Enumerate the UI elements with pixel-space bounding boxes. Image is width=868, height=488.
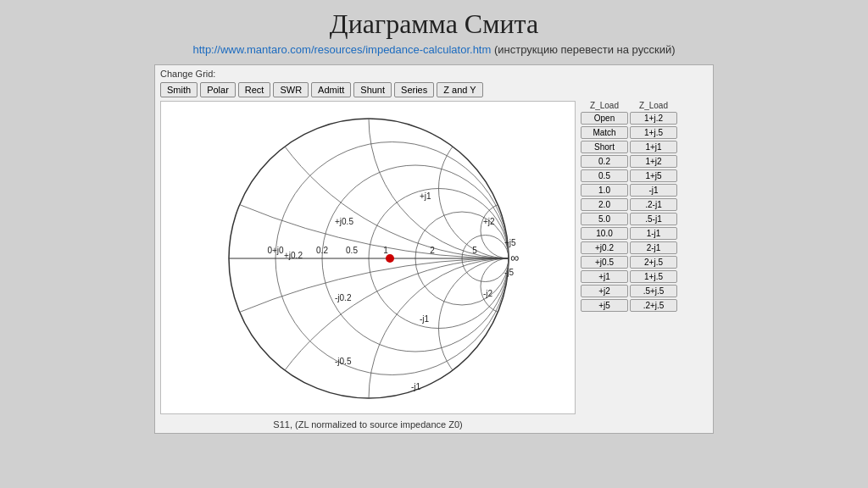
zload-right-13[interactable]: .2+j.5 [630, 299, 677, 312]
svg-text:+j0.2: +j0.2 [284, 251, 303, 260]
subtitle-extra: (инструкцию перевести на русский) [494, 43, 676, 56]
zload-header-left: Z_Load [581, 101, 628, 110]
zload-right-4[interactable]: 1+j5 [630, 169, 677, 182]
zload-right-12[interactable]: .5+j.5 [630, 285, 677, 297]
zload-right-0[interactable]: 1+j.2 [630, 112, 677, 125]
zload-left-6[interactable]: 2.0 [581, 198, 628, 211]
table-row: 10.01-j1 [581, 227, 677, 240]
zload-left-4[interactable]: 0.5 [581, 169, 628, 182]
table-row: Short1+j1 [581, 141, 677, 153]
toolbar: SmithPolarRectSWRAdmittShuntSeriesZ and … [155, 80, 713, 101]
svg-text:+j1: +j1 [420, 191, 431, 201]
smith-chart: 0+j0 0.2 0.5 1 2 5 ∞ +j0.5 +j0.2 +j1 +j2… [160, 101, 576, 414]
svg-text:2: 2 [430, 246, 435, 255]
zload-right-3[interactable]: 1+j2 [630, 155, 677, 168]
zload-right-11[interactable]: 1+j.5 [630, 270, 677, 283]
zload-right-2[interactable]: 1+j1 [630, 141, 677, 153]
zload-right-7[interactable]: .5-j1 [630, 213, 677, 225]
zload-header: Z_Load Z_Load [581, 101, 677, 110]
svg-text:0.5: 0.5 [346, 246, 358, 255]
main-panel: Change Grid: SmithPolarRectSWRAdmittShun… [154, 64, 714, 434]
toolbar-btn-series[interactable]: Series [394, 82, 434, 97]
table-row: 0.51+j5 [581, 169, 677, 182]
table-row: 1.0-j1 [581, 184, 677, 197]
zload-left-9[interactable]: +j0.2 [581, 241, 628, 254]
svg-text:-j5: -j5 [504, 268, 515, 277]
table-row: Match1+j.5 [581, 126, 677, 139]
svg-point-37 [386, 254, 394, 263]
zload-left-1[interactable]: Match [581, 126, 628, 139]
zload-left-11[interactable]: +j1 [581, 270, 628, 283]
table-row: Open1+j.2 [581, 112, 677, 125]
svg-text:-j2: -j2 [483, 289, 493, 298]
svg-text:-j0.5: -j0.5 [335, 357, 352, 366]
toolbar-btn-shunt[interactable]: Shunt [353, 82, 392, 97]
zload-left-8[interactable]: 10.0 [581, 227, 628, 240]
smith-caption: S11, (ZL normalized to source impedance … [155, 418, 581, 433]
table-row: +j0.52+j.5 [581, 256, 677, 269]
toolbar-btn-z-and-y[interactable]: Z and Y [437, 82, 482, 97]
zload-right-5[interactable]: -j1 [630, 184, 677, 197]
zload-left-2[interactable]: Short [581, 141, 628, 153]
table-row: +j11+j.5 [581, 270, 677, 283]
svg-text:5: 5 [472, 246, 477, 255]
zload-left-0[interactable]: Open [581, 112, 628, 125]
table-row: 2.0.2-j1 [581, 198, 677, 211]
zload-left-5[interactable]: 1.0 [581, 184, 628, 197]
zload-left-12[interactable]: +j2 [581, 285, 628, 297]
svg-text:+j5: +j5 [504, 238, 516, 247]
svg-text:+j0.5: +j0.5 [335, 217, 353, 226]
subtitle: http://www.mantaro.com/resources/impedan… [192, 43, 675, 56]
table-row: 0.21+j2 [581, 155, 677, 168]
zload-right-6[interactable]: .2-j1 [630, 198, 677, 211]
zload-right-8[interactable]: 1-j1 [630, 227, 677, 240]
page-title: Диаграмма Смита [330, 8, 538, 40]
table-row: +j0.22-j1 [581, 241, 677, 254]
toolbar-btn-polar[interactable]: Polar [200, 82, 236, 97]
grid-label: Change Grid: [155, 65, 713, 80]
zload-rows: Open1+j.2Match1+j.5Short1+j10.21+j20.51+… [581, 112, 677, 313]
zload-right-9[interactable]: 2-j1 [630, 241, 677, 254]
svg-text:∞: ∞ [510, 251, 519, 264]
svg-text:+j2: +j2 [483, 217, 495, 226]
toolbar-btn-admitt[interactable]: Admitt [311, 82, 351, 97]
zload-left-10[interactable]: +j0.5 [581, 256, 628, 269]
svg-text:-j0.2: -j0.2 [335, 293, 352, 302]
table-row: 5.0.5-j1 [581, 213, 677, 225]
zload-right-1[interactable]: 1+j.5 [630, 126, 677, 139]
zload-left-7[interactable]: 5.0 [581, 213, 628, 225]
content-row: 0+j0 0.2 0.5 1 2 5 ∞ +j0.5 +j0.2 +j1 +j2… [155, 101, 713, 433]
subtitle-link[interactable]: http://www.mantaro.com/resources/impedan… [192, 43, 491, 56]
svg-text:0.2: 0.2 [316, 246, 328, 255]
toolbar-btn-smith[interactable]: Smith [160, 82, 198, 97]
svg-text:0+j0: 0+j0 [267, 246, 284, 255]
zload-right-10[interactable]: 2+j.5 [630, 256, 677, 269]
right-panel: Z_Load Z_Load Open1+j.2Match1+j.5Short1+… [581, 101, 682, 433]
zload-header-right: Z_Load [630, 101, 677, 110]
toolbar-btn-rect[interactable]: Rect [238, 82, 271, 97]
table-row: +j2.5+j.5 [581, 285, 677, 297]
svg-text:-j1: -j1 [411, 382, 421, 391]
zload-left-13[interactable]: +j5 [581, 299, 628, 312]
table-row: +j5.2+j.5 [581, 299, 677, 312]
svg-text:1: 1 [383, 246, 388, 255]
svg-text:-j1: -j1 [420, 314, 430, 324]
zload-left-3[interactable]: 0.2 [581, 155, 628, 168]
toolbar-btn-swr[interactable]: SWR [273, 82, 309, 97]
